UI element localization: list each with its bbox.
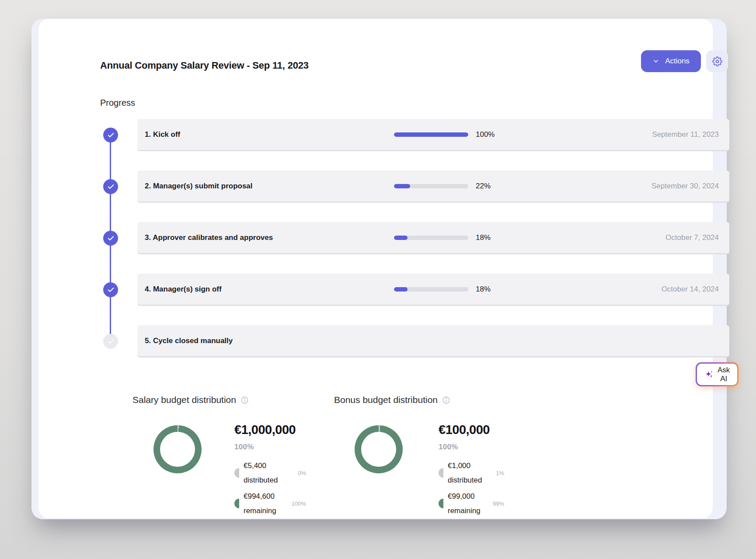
step-percent: 18% <box>476 285 491 294</box>
gear-icon <box>712 56 722 66</box>
legend-item-distributed: €5,400 distributed 0% <box>234 458 306 487</box>
sparkles-icon <box>704 370 714 379</box>
page-title: Annual Company Salary Review - Sep 11, 2… <box>100 60 309 71</box>
step-progress-fill <box>394 184 410 188</box>
legend-marker-distributed <box>234 468 239 478</box>
legend-percent: 1% <box>496 470 504 476</box>
salary-donut-chart <box>153 425 202 473</box>
step-label: 1. Kick off <box>145 130 180 139</box>
actions-button[interactable]: Actions <box>641 50 701 72</box>
step-label: 5. Cycle closed manually <box>145 337 233 345</box>
budget-total-percent: 100% <box>439 443 504 451</box>
legend-item-remaining: €994,600 remaining 100% <box>234 489 306 518</box>
legend-percent: 99% <box>493 500 504 507</box>
app-card: Annual Company Salary Review - Sep 11, 2… <box>38 19 713 518</box>
step-4-check-icon <box>103 282 118 297</box>
budget-total-percent: 100% <box>234 443 306 451</box>
budget-total: €1,000,000 <box>234 423 306 437</box>
step-progress-bar <box>394 236 468 240</box>
step-label: 2. Manager(s) submit proposal <box>145 182 253 191</box>
legend-label: remaining <box>448 503 481 518</box>
legend-item-distributed: €1,000 distributed 1% <box>439 458 504 487</box>
budget-title: Salary budget distribution <box>132 395 236 405</box>
budget-title: Bonus budget distribution <box>334 395 438 405</box>
step-progress-bar <box>394 132 468 137</box>
ask-ai-button[interactable]: Ask AI <box>696 362 739 386</box>
progress-step-row-4: 4. Manager(s) sign off 18% October 14, 2… <box>137 274 729 306</box>
step-progress-bar <box>394 287 468 292</box>
legend-value: €99,000 <box>448 489 481 503</box>
salary-budget-section: Salary budget distribution €1,000,000 10… <box>132 395 325 405</box>
legend-item-remaining: €99,000 remaining 99% <box>439 489 504 518</box>
info-icon[interactable] <box>240 396 249 404</box>
step-progress-fill <box>394 287 408 292</box>
step-2-check-icon <box>103 179 118 194</box>
step-date: October 7, 2024 <box>665 233 719 242</box>
step-progress-fill <box>394 132 468 137</box>
step-label: 4. Manager(s) sign off <box>145 285 222 294</box>
step-date: September 11, 2023 <box>652 130 719 139</box>
page-background: Annual Company Salary Review - Sep 11, 2… <box>0 0 756 559</box>
legend-percent: 100% <box>292 500 306 507</box>
progress-heading: Progress <box>100 98 135 108</box>
step-5-check-icon <box>103 334 118 349</box>
ask-ai-label: Ask AI <box>718 366 730 383</box>
legend-marker-remaining <box>234 499 239 508</box>
step-percent: 100% <box>476 130 495 139</box>
legend-value: €1,000 <box>448 458 482 473</box>
step-3-check-icon <box>103 231 118 246</box>
step-date: October 14, 2024 <box>662 285 719 294</box>
info-icon[interactable] <box>442 396 450 404</box>
legend-label: distributed <box>244 473 278 487</box>
bonus-budget-section: Bonus budget distribution €100,000 100% … <box>334 395 526 405</box>
legend-value: €5,400 <box>244 458 278 473</box>
step-percent: 18% <box>476 233 491 242</box>
step-label: 3. Approver calibrates and approves <box>145 233 273 242</box>
progress-step-row-3: 3. Approver calibrates and approves 18% … <box>137 222 729 254</box>
legend-marker-remaining <box>439 499 443 508</box>
progress-step-row-5: 5. Cycle closed manually <box>137 325 729 358</box>
bonus-donut-chart <box>355 425 403 473</box>
legend-label: remaining <box>244 503 276 518</box>
legend-label: distributed <box>448 473 482 487</box>
step-date: September 30, 2024 <box>651 182 719 191</box>
legend-value: €994,600 <box>244 489 276 503</box>
step-progress-bar <box>394 184 468 188</box>
legend-marker-distributed <box>439 468 443 478</box>
step-1-check-icon <box>103 128 118 142</box>
progress-step-row-1: 1. Kick off 100% September 11, 2023 <box>137 119 729 151</box>
budget-total: €100,000 <box>439 423 504 437</box>
progress-step-row-2: 2. Manager(s) submit proposal 22% Septem… <box>137 170 729 203</box>
step-percent: 22% <box>476 182 491 191</box>
step-progress-fill <box>394 236 408 240</box>
settings-button[interactable] <box>706 50 728 72</box>
actions-label: Actions <box>665 57 690 66</box>
chevron-down-icon <box>652 58 659 65</box>
legend-percent: 0% <box>298 470 306 476</box>
